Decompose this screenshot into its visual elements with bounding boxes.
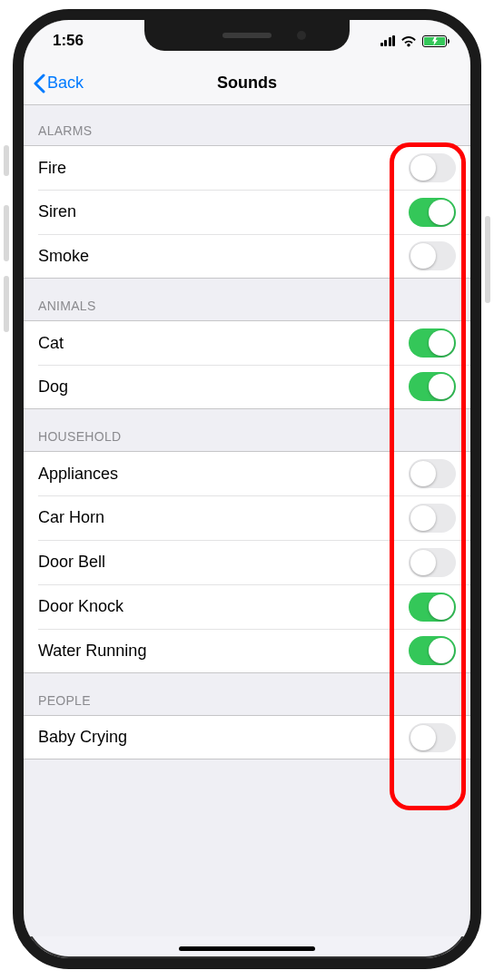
notch	[144, 20, 350, 51]
nav-bar: Back Sounds	[24, 62, 470, 105]
row-fire: Fire	[24, 145, 470, 190]
row-cat: Cat	[24, 320, 470, 365]
row-label: Appliances	[38, 465, 118, 484]
battery-icon	[422, 35, 447, 47]
row-label: Siren	[38, 202, 76, 221]
toggle-cat[interactable]	[409, 328, 456, 358]
section-header-alarms: ALARMS	[24, 105, 470, 145]
row-label: Cat	[38, 334, 64, 353]
chevron-left-icon	[33, 74, 45, 93]
row-label: Water Running	[38, 642, 146, 661]
row-label: Fire	[38, 159, 66, 178]
speaker	[222, 33, 272, 38]
row-label: Baby Crying	[38, 728, 127, 747]
row-label: Door Bell	[38, 553, 105, 572]
page-title: Sounds	[24, 74, 470, 93]
toggle-car-horn[interactable]	[409, 504, 456, 533]
row-water-running: Water Running	[24, 629, 470, 673]
content-scroll[interactable]: ALARMS Fire Siren Smoke ANIMALS Cat Dog …	[24, 105, 470, 936]
row-door-knock: Door Knock	[24, 584, 470, 629]
row-door-bell: Door Bell	[24, 540, 470, 584]
toggle-dog[interactable]	[409, 372, 456, 401]
power-button	[485, 216, 490, 303]
toggle-siren[interactable]	[409, 198, 456, 227]
row-label: Smoke	[38, 247, 89, 266]
wifi-icon	[400, 35, 417, 47]
toggle-fire[interactable]	[409, 153, 456, 182]
section-header-people: PEOPLE	[24, 673, 470, 715]
section-header-household: HOUSEHOLD	[24, 409, 470, 451]
row-car-horn: Car Horn	[24, 495, 470, 540]
home-indicator[interactable]	[179, 946, 315, 951]
row-label: Car Horn	[38, 508, 104, 527]
toggle-baby-crying[interactable]	[409, 723, 456, 752]
row-label: Dog	[38, 377, 68, 397]
phone-frame: 1:56 Back Sounds ALARMS Fire	[13, 9, 481, 969]
row-smoke: Smoke	[24, 234, 470, 279]
row-label: Door Knock	[38, 597, 124, 616]
toggle-door-knock[interactable]	[409, 593, 456, 622]
row-siren: Siren	[24, 190, 470, 234]
front-camera	[297, 31, 306, 40]
volume-up	[4, 205, 9, 261]
status-time: 1:56	[53, 32, 84, 50]
cellular-icon	[380, 35, 396, 46]
toggle-smoke[interactable]	[409, 241, 456, 270]
back-label: Back	[47, 74, 84, 93]
toggle-water-running[interactable]	[409, 636, 456, 665]
volume-down	[4, 276, 9, 332]
row-dog: Dog	[24, 365, 470, 409]
toggle-door-bell[interactable]	[409, 548, 456, 577]
mute-switch	[4, 145, 9, 176]
toggle-appliances[interactable]	[409, 459, 456, 488]
back-button[interactable]: Back	[24, 74, 84, 93]
row-appliances: Appliances	[24, 451, 470, 495]
row-baby-crying: Baby Crying	[24, 715, 470, 760]
section-header-animals: ANIMALS	[24, 279, 470, 320]
